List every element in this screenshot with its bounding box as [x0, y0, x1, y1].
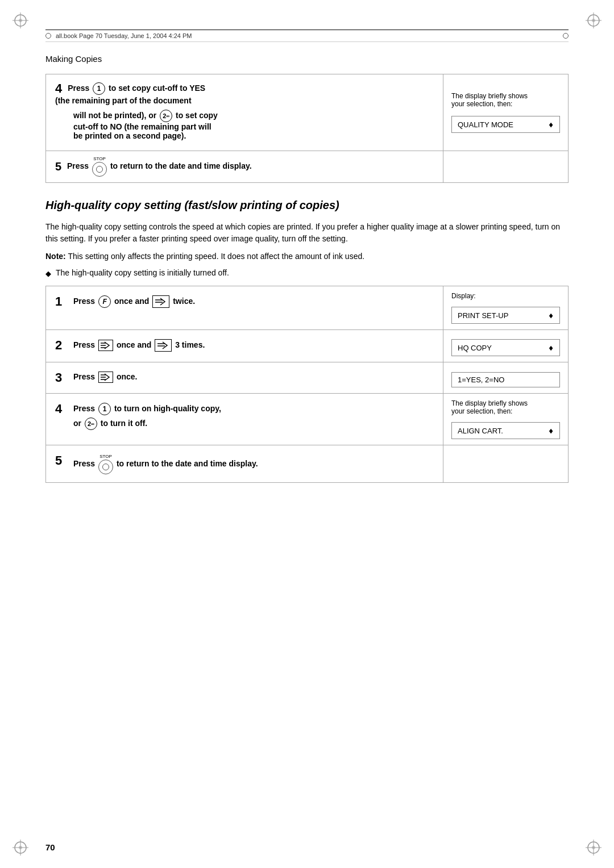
- note-label: Note:: [45, 252, 66, 261]
- step-box-5-top: 5 Press STOP to return to the date and t…: [45, 151, 569, 183]
- bullet-diamond: ◆: [45, 269, 51, 278]
- main-content: Making Copies 4 Press 1 to set copy cut-…: [45, 54, 569, 823]
- header-bar: all.book Page 70 Tuesday, June 1, 2004 4…: [45, 30, 569, 42]
- step-row-5-lower: 5 Press STOP to return to the date and t…: [45, 445, 569, 483]
- step-4-lower-left: 4 Press 1 to turn on high-quality copy, …: [46, 394, 443, 445]
- step-number-4-top: 4: [55, 81, 62, 95]
- step-4-display-text: QUALITY MODE: [458, 120, 513, 129]
- step-5-top-left: 5 Press STOP to return to the date and t…: [46, 151, 443, 182]
- step-4-display-panel: QUALITY MODE ⬧: [451, 116, 560, 133]
- step-num-3: 3: [55, 370, 69, 385]
- header-circle-right: [563, 33, 569, 39]
- section-heading: High-quality copy setting (fast/slow pri…: [45, 199, 569, 212]
- step-row-4-lower: 4 Press 1 to turn on high-quality copy, …: [45, 393, 569, 445]
- step-num-4-lower: 4: [55, 402, 69, 416]
- note-text: Note: This setting only affects the prin…: [45, 251, 569, 262]
- step-3-display-text: 1=YES, 2=NO: [458, 375, 504, 384]
- step-1-left: 1 Press F once and twice.: [46, 286, 443, 329]
- note-body: This setting only affects the printing s…: [68, 252, 364, 261]
- step-num-1: 1: [55, 294, 69, 309]
- stop-btn-lower: STOP: [98, 454, 113, 474]
- step-row-2: 2 Press once and: [45, 329, 569, 362]
- page-number: 70: [45, 842, 55, 852]
- page-title: Making Copies: [45, 54, 569, 64]
- step-num-2: 2: [55, 338, 69, 353]
- step-4-display-label: The display briefly showsyour selection,…: [451, 92, 560, 108]
- step-2-display: HQ COPY ⬧: [451, 339, 560, 356]
- step-4-top-right: The display briefly showsyour selection,…: [443, 74, 568, 151]
- bullet-item: ◆ The high-quality copy setting is initi…: [45, 268, 569, 278]
- step-3-content: Press once.: [73, 370, 434, 383]
- step-4-lower-content: Press 1 to turn on high-quality copy, or…: [73, 402, 434, 430]
- step-1-display-text: PRINT SET-UP: [458, 311, 508, 320]
- step-number-5-top: 5: [55, 160, 61, 173]
- step-box-4-top: 4 Press 1 to set copy cut-off to YES(the…: [45, 74, 569, 151]
- step-5-lower-right: [443, 445, 568, 482]
- step-2-display-text: HQ COPY: [458, 344, 492, 352]
- step-3-display: 1=YES, 2=NO: [451, 372, 560, 387]
- btn-2-lower: 2∞: [85, 418, 97, 430]
- step-4-lower-right: The display briefly showsyour selection,…: [443, 394, 568, 445]
- step-4-lower-display-label: The display briefly showsyour selection,…: [451, 399, 560, 415]
- step-4-display-arrow: ⬧: [548, 119, 554, 130]
- step-3-right: 1=YES, 2=NO: [443, 362, 568, 393]
- step-4-lower-display: ALIGN CART. ⬧: [451, 422, 560, 439]
- reg-mark-bl: [10, 837, 31, 858]
- stop-btn-top: STOP: [92, 157, 107, 177]
- step-row-1: 1 Press F once and twice.: [45, 286, 569, 330]
- step-1-content: Press F once and twice.: [73, 294, 434, 308]
- intro-text: The high-quality copy setting controls t…: [45, 221, 569, 245]
- step-5-lower-content: Press STOP to return to the date and tim…: [73, 453, 434, 474]
- header-file-info: all.book Page 70 Tuesday, June 1, 2004 4…: [56, 32, 192, 39]
- step-4-lower-display-text: ALIGN CART.: [458, 427, 503, 435]
- btn-2-top: 2∞: [160, 110, 172, 122]
- reg-mark-tr: [583, 10, 604, 31]
- nav-btn-3: [98, 372, 113, 383]
- step-4-lower-arrow: ⬧: [548, 425, 554, 436]
- reg-mark-br: [583, 837, 604, 858]
- arrow-icon-1: [152, 295, 169, 308]
- step-5-lower-left: 5 Press STOP to return to the date and t…: [46, 445, 443, 482]
- arrow-icon-2: [155, 339, 172, 352]
- step-1-right: Display: PRINT SET-UP ⬧: [443, 286, 568, 329]
- nav-btn-2a: [98, 340, 113, 351]
- step-4-top-left: 4 Press 1 to set copy cut-off to YES(the…: [46, 74, 443, 151]
- step-row-3: 3 Press once. 1=YES: [45, 362, 569, 394]
- step-3-left: 3 Press once.: [46, 362, 443, 393]
- step-5-top-right: [443, 151, 568, 182]
- steps-group: 1 Press F once and twice.: [45, 286, 569, 483]
- step-5-text: to return to the date and time display.: [110, 161, 252, 170]
- step-1-arrow: ⬧: [548, 310, 554, 320]
- btn-1-lower: 1: [98, 403, 111, 415]
- step-1-display: PRINT SET-UP ⬧: [451, 307, 560, 324]
- step-2-content: Press once and: [73, 338, 434, 352]
- step-2-arrow: ⬧: [548, 343, 554, 353]
- step-4-press-label: Press: [68, 84, 92, 93]
- step-2-right: HQ COPY ⬧: [443, 330, 568, 362]
- btn-1-top: 1: [93, 82, 105, 95]
- step-5-press: Press: [67, 161, 91, 170]
- step-1-display-label: Display:: [451, 292, 560, 300]
- header-circle-left: [45, 33, 51, 39]
- bullet-text: The high-quality copy setting is initial…: [56, 268, 229, 277]
- step-num-5-lower: 5: [55, 453, 69, 468]
- btn-f-1: F: [98, 295, 111, 308]
- reg-mark-tl: [10, 10, 31, 31]
- step-2-left: 2 Press once and: [46, 330, 443, 362]
